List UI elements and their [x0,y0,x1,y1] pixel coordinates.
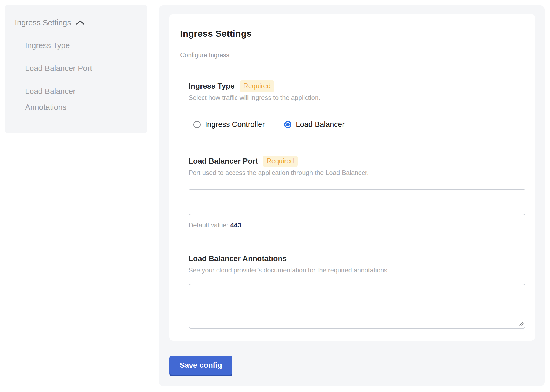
ingress-type-description: Select how traffic will ingress to the a… [189,94,525,102]
default-value-row: Default value:443 [189,221,525,229]
sidebar-item-load-balancer-port[interactable]: Load Balancer Port [25,60,117,76]
radio-label-load-balancer: Load Balancer [296,120,345,129]
load-balancer-port-label: Load Balancer Port [189,157,258,166]
default-value-label: Default value: [189,221,228,229]
radio-option-ingress-controller[interactable]: Ingress Controller [193,120,265,129]
ingress-settings-card: Ingress Settings Configure Ingress Ingre… [169,14,535,341]
sidebar-section-ingress-settings[interactable]: Ingress Settings [15,17,140,28]
load-balancer-port-description: Port used to access the application thro… [189,169,525,177]
section-ingress-type: Ingress Type Required Select how traffic… [189,80,525,131]
load-balancer-annotations-description: See your cloud provider’s documentation … [189,266,525,274]
settings-sidebar: Ingress Settings Ingress Type Load Balan… [5,5,147,133]
load-balancer-annotations-label: Load Balancer Annotations [189,254,287,263]
radio-option-load-balancer[interactable]: Load Balancer [284,120,345,129]
required-badge: Required [263,156,298,167]
form-sections: Ingress Type Required Select how traffic… [189,80,525,329]
load-balancer-annotations-textarea[interactable] [189,284,525,329]
sidebar-section-label: Ingress Settings [15,18,71,27]
chevron-up-icon [76,20,85,25]
sidebar-item-ingress-type[interactable]: Ingress Type [25,38,117,53]
radio-selected-icon[interactable] [284,121,291,128]
annotations-textarea-wrap [189,284,525,329]
default-value: 443 [230,221,241,229]
page-subtitle: Configure Ingress [180,51,525,59]
ingress-type-label: Ingress Type [189,82,235,91]
required-badge: Required [240,80,274,92]
section-load-balancer-port: Load Balancer Port Required Port used to… [189,156,525,229]
page-title: Ingress Settings [180,28,525,39]
radio-unselected-icon[interactable] [193,121,201,128]
main-panel: Ingress Settings Configure Ingress Ingre… [159,5,545,386]
sidebar-item-list: Ingress Type Load Balancer Port Load Bal… [25,38,140,115]
radio-label-ingress-controller: Ingress Controller [205,120,265,129]
load-balancer-port-input[interactable] [189,189,525,215]
ingress-type-radio-group: Ingress Controller Load Balancer [193,118,525,131]
sidebar-item-load-balancer-annotations[interactable]: Load Balancer Annotations [25,83,117,115]
section-load-balancer-annotations: Load Balancer Annotations See your cloud… [189,254,525,329]
save-config-button[interactable]: Save config [169,356,232,376]
